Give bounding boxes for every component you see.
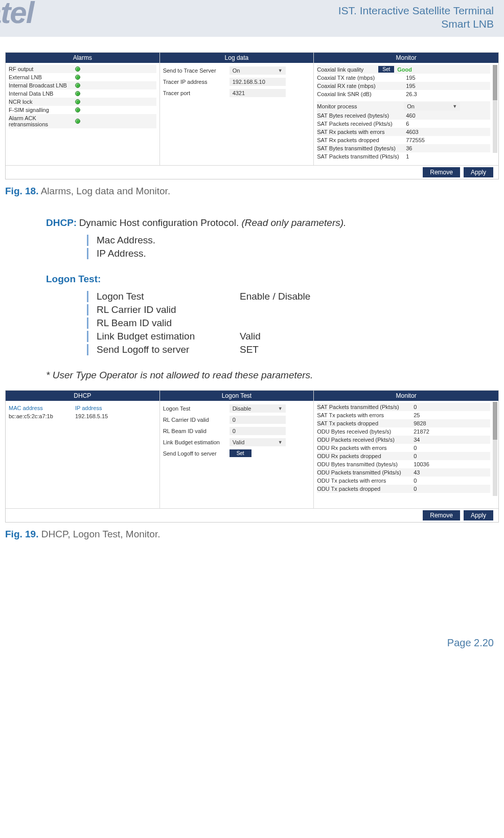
monitor-row: SAT Rx packets dropped772555 [317, 136, 490, 144]
monitor-label: ODU Tx packets with errors [317, 478, 411, 484]
logdata-panel: Log data Send to Trace ServerOn▼Tracer I… [160, 53, 314, 165]
bullet-value: Valid [240, 331, 261, 342]
alarm-label: NCR lock [9, 99, 75, 105]
remove-button[interactable]: Remove [423, 510, 460, 520]
logon-input[interactable]: Disable▼ [230, 404, 286, 413]
set-button[interactable]: Set [378, 66, 394, 73]
logdata-label: Send to Trace Server [163, 67, 230, 74]
logon-input[interactable]: 0 [230, 416, 286, 424]
monitor-value: 36 [404, 145, 445, 151]
logon-row: Send Logoff to serverSet [163, 448, 311, 459]
logon-panel-head: Logon Test [160, 391, 314, 401]
monitor-label: SAT Packets received (Pkts/s) [317, 121, 404, 127]
monitor-label: SAT Rx packets dropped [317, 137, 404, 143]
apply-button[interactable]: Apply [464, 167, 493, 177]
logdata-label: Tracer IP address [163, 79, 230, 85]
page-number: Page 2.20 [0, 632, 504, 659]
status-dot-icon [75, 83, 80, 88]
monitor-value: 195 [404, 83, 445, 89]
monitor-row: Coaxial link qualitySetGood [317, 65, 490, 74]
logdata-input[interactable]: 192.168.5.10 [230, 78, 286, 86]
monitor-value: 0 [411, 445, 452, 451]
monitor-label: Coaxial RX rate (mbps) [317, 83, 404, 89]
monitor-value: 460 [404, 112, 445, 119]
monitor-select[interactable]: On▼ [404, 102, 460, 110]
alarm-row: F-SIM signalling [9, 106, 156, 114]
logon-label: Logon Test [163, 405, 230, 412]
alarm-label: External LNB [9, 74, 75, 80]
bullet-item: RL Beam ID valid [87, 318, 445, 329]
status-dot-icon [75, 99, 80, 104]
monitor-row: ODU Bytes received (bytes/s)21872 [317, 427, 490, 436]
bullet-item: Logon TestEnable / Disable [87, 291, 445, 302]
alarm-label: RF output [9, 66, 75, 72]
monitor-row: ODU Rx packets with errors0 [317, 444, 490, 452]
alarm-row: External LNB [9, 73, 156, 81]
monitor-panel: Monitor Coaxial link qualitySetGoodCoaxi… [314, 53, 498, 165]
bullet-item: Mac Address. [87, 235, 445, 246]
alarm-row: Internal Data LNB [9, 89, 156, 98]
logon-section: Logon Test: Logon TestEnable / DisableRL… [46, 274, 445, 355]
monitor19-panel: Monitor SAT Packets transmitted (Pkts/s)… [314, 391, 498, 508]
alarm-row: RF output [9, 65, 156, 73]
monitor19-panel-head: Monitor [314, 391, 498, 401]
fig19-caption-num: Fig. 19. [5, 529, 38, 539]
monitor-row: SAT Tx packets with errors25 [317, 411, 490, 419]
bullet-bar-icon [87, 331, 88, 342]
scrollbar[interactable]: .scroll-indicator.s2::after{top:50%; hei… [493, 402, 497, 496]
bullet-bar-icon [87, 318, 88, 329]
set-button[interactable]: Set [230, 449, 251, 457]
dhcp-row: bc:ae:c5:2c:a7:1b 192.168.5.15 [9, 412, 156, 420]
logon-row: Logon TestDisable▼ [163, 403, 311, 414]
bullet-bar-icon [87, 291, 88, 302]
remove-button[interactable]: Remove [423, 167, 460, 177]
monitor-value: 21872 [411, 428, 452, 435]
monitor-value: 195 [404, 75, 445, 81]
logdata-panel-head: Log data [160, 53, 314, 63]
bullet-bar-icon [87, 248, 88, 259]
logon-label: Link Budget estimation [163, 439, 230, 445]
scrollbar[interactable] [493, 65, 497, 153]
logdata-input[interactable]: On▼ [230, 66, 286, 75]
logdata-input[interactable]: 4321 [230, 89, 286, 97]
bullet-text: IP Address. [97, 248, 146, 259]
monitor-row: Coaxial link SNR (dB)26.3 [317, 90, 490, 98]
fig18-caption-num: Fig. 18. [5, 186, 38, 196]
bullet-text: RL Beam ID valid [97, 318, 240, 329]
chevron-down-icon: ▼ [452, 104, 457, 109]
logon-input[interactable]: Valid▼ [230, 438, 286, 446]
button-bar: Remove Apply [6, 165, 498, 179]
logon-input[interactable]: 0 [230, 427, 286, 435]
monitor-row: SAT Bytes transmitted (bytes/s)36 [317, 144, 490, 152]
operator-note: * User Type Operator is not allowed to r… [46, 370, 499, 381]
monitor-label: Coaxial link SNR (dB) [317, 91, 404, 97]
monitor-row: SAT Packets transmitted (Pkts/s)0 [317, 403, 490, 411]
bullet-text: Logon Test [97, 291, 240, 302]
bullet-value: Enable / Disable [240, 291, 310, 302]
monitor-label: SAT Rx packets with errors [317, 129, 404, 135]
bullet-item: Send Logoff to serverSET [87, 344, 445, 355]
logo-text: atel [0, 0, 33, 30]
dhcp-col-headers: MAC address IP address [9, 403, 156, 412]
monitor-value: 25 [411, 412, 452, 418]
logon-row: RL Beam ID valid0 [163, 425, 311, 437]
fig18-caption-text: Alarms, Log data and Monitor. [38, 186, 170, 196]
monitor-label: Coaxial link quality [317, 66, 378, 73]
alarm-row: NCR lock [9, 98, 156, 106]
status-dot-icon [75, 75, 80, 80]
status-dot-icon [75, 66, 80, 72]
apply-button[interactable]: Apply [464, 510, 493, 520]
dhcp-panel-head: DHCP [6, 391, 159, 401]
ip-value: 192.168.5.15 [75, 413, 108, 419]
monitor-label: SAT Tx packets with errors [317, 412, 411, 418]
bullet-text: Link Budget estimation [97, 331, 240, 342]
mac-value: bc:ae:c5:2c:a7:1b [9, 413, 75, 419]
bullet-text: Mac Address. [97, 235, 155, 246]
monitor-label: ODU Bytes received (bytes/s) [317, 428, 411, 435]
bullet-item: IP Address. [87, 248, 445, 259]
bullet-value: SET [240, 344, 259, 355]
doc-title-line2: Smart LNB [338, 17, 494, 31]
monitor-row: ODU Bytes transmitted (bytes/s)10036 [317, 460, 490, 468]
monitor-value: 26.3 [404, 91, 445, 97]
bullet-bar-icon [87, 235, 88, 246]
